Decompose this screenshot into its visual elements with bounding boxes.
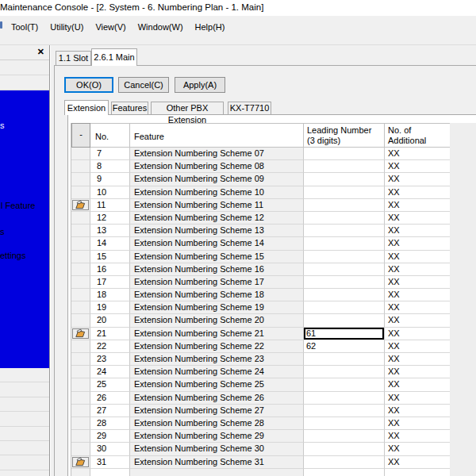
grid-background-filler — [450, 123, 476, 476]
close-icon[interactable]: ✕ — [37, 47, 44, 57]
leading-number-cell[interactable]: 61 — [304, 328, 385, 340]
feature-cell: Extension Numbering Scheme 28 — [130, 417, 304, 430]
additional-digits-cell: XX — [385, 417, 451, 430]
tree-selection-block[interactable]: sl Featuresettings — [0, 90, 49, 368]
tree-item[interactable] — [0, 470, 49, 476]
leading-number-cell[interactable] — [304, 314, 385, 327]
table-row: 9Extension Numbering Scheme 09XX — [71, 173, 451, 186]
grid-corner-button[interactable]: - — [71, 123, 90, 148]
additional-digits-cell: XX — [385, 378, 451, 391]
header-line: No. of — [388, 125, 450, 136]
column-header-no: No. — [90, 123, 130, 148]
row-gutter-cell — [71, 251, 90, 263]
row-gutter-cell — [71, 366, 90, 378]
row-gutter-cell — [71, 456, 90, 469]
additional-digits-cell: XX — [385, 340, 451, 353]
ok-button[interactable]: OK(O) — [64, 77, 113, 93]
table-row: 27Extension Numbering Scheme 27XX — [71, 405, 451, 417]
column-header-feature: Feature — [130, 123, 304, 148]
leading-number-cell[interactable] — [304, 366, 385, 378]
navigation-tree[interactable]: sl Featuresettings — [0, 60, 49, 476]
additional-digits-cell: XX — [385, 251, 451, 263]
menu-item[interactable]: Help(H) — [194, 21, 227, 33]
additional-digits-cell: XX — [385, 276, 451, 289]
table-row: 16Extension Numbering Scheme 16XX — [71, 263, 451, 276]
leading-number-cell[interactable] — [304, 186, 385, 199]
tree-item[interactable] — [0, 441, 49, 455]
leading-number-cell[interactable] — [304, 263, 385, 276]
row-number-cell: 29 — [90, 430, 130, 443]
leading-number-cell[interactable] — [304, 301, 385, 314]
leading-number-cell[interactable] — [304, 430, 385, 443]
feature-cell: Extension Numbering Scheme 30 — [130, 443, 304, 455]
apply-button[interactable]: Apply(A) — [175, 77, 225, 93]
tab-other-pbx-extension[interactable]: Other PBX Extension — [151, 102, 224, 114]
menu-item[interactable]: Window(W) — [136, 21, 185, 33]
tree-item[interactable] — [0, 427, 49, 441]
feature-cell: Extension Numbering Scheme 11 — [130, 199, 304, 212]
menu-item[interactable]: Tool(T) — [10, 21, 40, 33]
tab-2-6-1-main[interactable]: 2.6.1 Main — [91, 48, 137, 66]
tab-kx-t7710[interactable]: KX-T7710 — [228, 102, 271, 114]
leading-number-cell[interactable] — [304, 225, 385, 237]
feature-cell: Extension Numbering Scheme 25 — [130, 378, 304, 391]
tree-item[interactable] — [0, 368, 49, 382]
additional-digits-cell: XX — [385, 314, 451, 327]
open-folder-icon[interactable] — [72, 328, 89, 339]
row-number-cell: 31 — [90, 456, 130, 469]
feature-cell: Extension Numbering Scheme 27 — [130, 405, 304, 417]
feature-cell: Extension Numbering Scheme 20 — [130, 314, 304, 327]
tree-item[interactable] — [0, 455, 49, 470]
menu-item[interactable]: View(V) — [94, 21, 127, 33]
leading-number-cell[interactable] — [304, 212, 385, 225]
leading-number-cell[interactable] — [304, 469, 385, 476]
feature-cell — [130, 469, 304, 476]
tree-item[interactable] — [0, 412, 49, 426]
feature-cell: Extension Numbering Scheme 26 — [130, 392, 304, 405]
cancel-button[interactable]: Cancel(C) — [118, 77, 169, 93]
tree-item[interactable] — [0, 75, 49, 90]
table-row: 12Extension Numbering Scheme 12XX — [71, 212, 451, 225]
menu-item[interactable]: Utility(U) — [48, 21, 85, 33]
table-row: 14Extension Numbering Scheme 14XX — [71, 237, 451, 250]
feature-cell: Extension Numbering Scheme 19 — [130, 301, 304, 314]
additional-digits-cell: XX — [385, 443, 451, 455]
feature-cell: Extension Numbering Scheme 29 — [130, 430, 304, 443]
feature-cell: Extension Numbering Scheme 14 — [130, 237, 304, 250]
menu-bar: Tool(T)Utility(U)View(V)Window(W)Help(H) — [0, 16, 476, 33]
open-folder-icon[interactable] — [72, 200, 89, 210]
tab-1-1-slot[interactable]: 1.1 Slot — [56, 51, 91, 65]
leading-number-cell[interactable] — [304, 251, 385, 263]
leading-number-cell[interactable]: 62 — [304, 340, 385, 353]
leading-number-cell[interactable] — [304, 405, 385, 417]
leading-number-cell[interactable] — [304, 173, 385, 186]
row-number-cell: 25 — [90, 378, 130, 391]
leading-number-cell[interactable] — [304, 417, 385, 430]
tree-item[interactable] — [0, 382, 49, 397]
additional-digits-cell: XX — [385, 199, 451, 212]
row-gutter-cell — [71, 237, 90, 250]
leading-number-cell[interactable] — [304, 199, 385, 212]
leading-number-cell[interactable] — [304, 378, 385, 391]
tab-features[interactable]: Features — [111, 102, 148, 114]
leading-number-cell[interactable] — [304, 353, 385, 366]
leading-number-cell[interactable] — [304, 148, 385, 160]
additional-digits-cell: XX — [385, 173, 451, 186]
feature-cell: Extension Numbering Scheme 18 — [130, 289, 304, 301]
leading-number-cell[interactable] — [304, 392, 385, 405]
leading-number-cell[interactable] — [304, 276, 385, 289]
leading-number-cell[interactable] — [304, 160, 385, 173]
feature-cell: Extension Numbering Scheme 17 — [130, 276, 304, 289]
tab-extension[interactable]: Extension — [64, 100, 109, 115]
tree-item[interactable] — [0, 60, 49, 75]
open-folder-icon[interactable] — [72, 457, 89, 467]
table-row: 18Extension Numbering Scheme 18XX — [71, 289, 451, 301]
tree-item[interactable] — [0, 397, 49, 412]
leading-number-cell[interactable] — [304, 289, 385, 301]
row-number-cell: 28 — [90, 417, 130, 430]
leading-number-cell[interactable] — [304, 456, 385, 469]
additional-digits-cell: XX — [385, 328, 451, 340]
leading-number-cell[interactable] — [304, 237, 385, 250]
table-row: 19Extension Numbering Scheme 19XX — [71, 301, 451, 314]
leading-number-cell[interactable] — [304, 443, 385, 455]
